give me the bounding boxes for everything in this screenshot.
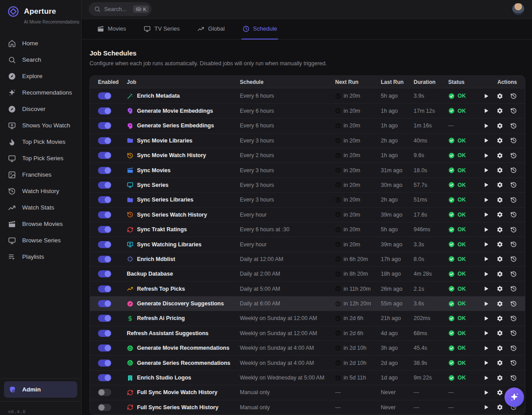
- enabled-toggle[interactable]: [98, 360, 111, 367]
- brand[interactable]: Aperture: [0, 0, 81, 19]
- table-row[interactable]: Generate Movie Recommendations Weekly on…: [90, 340, 525, 355]
- job-settings-button[interactable]: [497, 375, 503, 381]
- enabled-toggle[interactable]: [98, 167, 111, 174]
- table-row[interactable]: Generate Series Embeddings Every 6 hours…: [90, 118, 525, 133]
- enabled-toggle[interactable]: [98, 374, 111, 381]
- table-row[interactable]: Sync Series Watch History Every hour in …: [90, 207, 525, 222]
- job-run-history-button[interactable]: [510, 241, 517, 248]
- job-run-history-button[interactable]: [510, 330, 517, 336]
- table-row[interactable]: Sync Series Every 3 hours in 20m 30m ago…: [90, 178, 525, 192]
- run-job-button[interactable]: [483, 167, 489, 174]
- run-job-button[interactable]: [483, 211, 489, 218]
- table-row[interactable]: Generate Movie Embeddings Every 6 hours …: [90, 103, 525, 118]
- table-row[interactable]: Backup Database Daily at 2:00 AM in 8h 2…: [90, 266, 525, 281]
- run-job-button[interactable]: [483, 182, 489, 188]
- job-run-history-button[interactable]: [510, 256, 517, 262]
- job-settings-button[interactable]: [497, 226, 503, 233]
- tab-tv-series[interactable]: TV Series: [143, 19, 180, 40]
- job-run-history-button[interactable]: [510, 152, 517, 159]
- job-settings-button[interactable]: [497, 330, 503, 336]
- sidebar-item-franchises[interactable]: Franchises: [0, 166, 81, 183]
- run-job-button[interactable]: [483, 375, 489, 381]
- job-run-history-button[interactable]: [510, 300, 517, 307]
- enabled-toggle[interactable]: [98, 137, 111, 144]
- job-run-history-button[interactable]: [510, 315, 517, 322]
- table-row[interactable]: Refresh Assistant Suggestions Weekly on …: [90, 326, 525, 340]
- table-row[interactable]: Generate Series Recommendations Weekly o…: [90, 355, 525, 370]
- job-settings-button[interactable]: [497, 107, 503, 114]
- job-settings-button[interactable]: [497, 389, 503, 396]
- table-row[interactable]: Generate Discovery Suggestions Daily at …: [90, 296, 525, 311]
- job-settings-button[interactable]: [497, 300, 503, 307]
- enabled-toggle[interactable]: [98, 315, 111, 322]
- table-row[interactable]: Refresh Top Picks Daily at 5:00 AM in 11…: [90, 281, 525, 296]
- run-job-button[interactable]: [483, 300, 489, 307]
- table-row[interactable]: Enrich Mdblist Daily at 12:00 AM in 6h 2…: [90, 252, 525, 266]
- enabled-toggle[interactable]: [98, 107, 111, 115]
- job-settings-button[interactable]: [497, 167, 503, 174]
- sidebar-item-recommendations[interactable]: Recommendations: [0, 84, 81, 101]
- sidebar-item-search[interactable]: Search: [0, 51, 81, 68]
- job-run-history-button[interactable]: [510, 107, 517, 114]
- enabled-toggle[interactable]: [98, 330, 111, 337]
- job-settings-button[interactable]: [497, 182, 503, 188]
- job-run-history-button[interactable]: [510, 93, 517, 99]
- sidebar-item-watch-history[interactable]: Watch History: [0, 183, 81, 199]
- sidebar-item-playlists[interactable]: Playlists: [0, 249, 81, 265]
- table-row[interactable]: Sync Trakt Ratings Every 6 hours at :30 …: [90, 222, 525, 237]
- enabled-toggle[interactable]: [98, 241, 111, 248]
- enabled-toggle[interactable]: [98, 285, 111, 292]
- job-settings-button[interactable]: [497, 360, 503, 366]
- enabled-toggle[interactable]: [98, 389, 111, 396]
- job-run-history-button[interactable]: [510, 167, 517, 174]
- run-job-button[interactable]: [483, 315, 489, 322]
- job-run-history-button[interactable]: [510, 285, 517, 292]
- enabled-toggle[interactable]: [98, 196, 111, 203]
- enabled-toggle[interactable]: [98, 404, 111, 411]
- run-job-button[interactable]: [483, 137, 489, 144]
- run-job-button[interactable]: [483, 197, 489, 203]
- tab-movies[interactable]: Movies: [96, 19, 127, 40]
- enabled-toggle[interactable]: [98, 92, 111, 99]
- job-settings-button[interactable]: [497, 271, 503, 277]
- ai-assistant-fab[interactable]: [505, 387, 524, 407]
- enabled-toggle[interactable]: [98, 344, 111, 352]
- job-settings-button[interactable]: [497, 152, 503, 159]
- enabled-toggle[interactable]: [98, 152, 111, 159]
- enabled-toggle[interactable]: [98, 256, 111, 263]
- run-job-button[interactable]: [483, 345, 489, 352]
- sidebar-item-top-pick-series[interactable]: Top Pick Series: [0, 150, 81, 166]
- sidebar-item-discover[interactable]: Discover: [0, 101, 81, 117]
- run-job-button[interactable]: [483, 123, 489, 129]
- job-run-history-button[interactable]: [510, 226, 517, 233]
- run-job-button[interactable]: [483, 360, 489, 366]
- table-row[interactable]: Sync Watching Libraries Every hour in 20…: [90, 237, 525, 251]
- run-job-button[interactable]: [483, 241, 489, 248]
- run-job-button[interactable]: [483, 404, 489, 411]
- job-settings-button[interactable]: [497, 123, 503, 129]
- job-run-history-button[interactable]: [510, 182, 517, 188]
- table-row[interactable]: Full Sync Series Watch History Manual on…: [90, 400, 525, 415]
- enabled-toggle[interactable]: [98, 300, 111, 307]
- run-job-button[interactable]: [483, 152, 489, 159]
- enabled-toggle[interactable]: [98, 182, 111, 189]
- enabled-toggle[interactable]: [98, 226, 111, 233]
- job-settings-button[interactable]: [497, 315, 503, 322]
- table-row[interactable]: Sync Series Libraries Every 3 hours in 2…: [90, 192, 525, 207]
- run-job-button[interactable]: [483, 389, 489, 396]
- search-input[interactable]: Search... K: [89, 2, 152, 16]
- run-job-button[interactable]: [483, 285, 489, 292]
- table-row[interactable]: Sync Movies Every 3 hours in 20m 31m ago…: [90, 162, 525, 177]
- job-run-history-button[interactable]: [510, 211, 517, 218]
- job-run-history-button[interactable]: [510, 375, 517, 381]
- job-run-history-button[interactable]: [510, 137, 517, 144]
- job-settings-button[interactable]: [497, 137, 503, 144]
- job-settings-button[interactable]: [497, 256, 503, 262]
- job-settings-button[interactable]: [497, 285, 503, 292]
- job-settings-button[interactable]: [497, 93, 503, 99]
- enabled-toggle[interactable]: [98, 122, 111, 129]
- sidebar-item-browse-series[interactable]: Browse Series: [0, 232, 81, 249]
- run-job-button[interactable]: [483, 93, 489, 99]
- sidebar-item-browse-movies[interactable]: Browse Movies: [0, 216, 81, 232]
- enabled-toggle[interactable]: [98, 211, 111, 218]
